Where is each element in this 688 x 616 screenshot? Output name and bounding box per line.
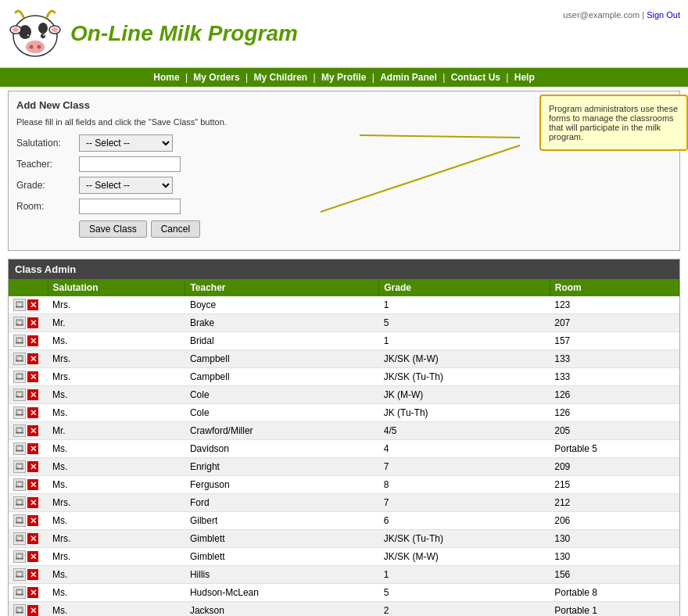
class-admin-header: Class Admin bbox=[9, 260, 679, 279]
col-salutation: Salutation bbox=[48, 279, 185, 296]
row-actions: 📋 ✕ bbox=[13, 478, 43, 491]
table-row: 📋 ✕ Mrs.GimblettJK/SK (M-W)130 bbox=[9, 548, 679, 566]
row-actions: 📋 ✕ bbox=[13, 389, 43, 401]
delete-icon[interactable]: ✕ bbox=[27, 551, 38, 562]
cell-room: 205 bbox=[550, 422, 679, 440]
svg-text:📋: 📋 bbox=[17, 356, 23, 361]
row-actions-cell: 📋 ✕ bbox=[9, 458, 48, 476]
row-actions-cell: 📋 ✕ bbox=[9, 368, 48, 386]
delete-icon[interactable]: ✕ bbox=[27, 515, 38, 526]
edit-icon[interactable]: 📋 bbox=[13, 335, 26, 347]
cell-teacher: Ford bbox=[185, 494, 379, 512]
edit-icon[interactable]: 📋 bbox=[13, 514, 26, 527]
cell-room: 126 bbox=[550, 386, 679, 404]
delete-icon[interactable]: ✕ bbox=[27, 587, 38, 598]
delete-icon[interactable]: ✕ bbox=[27, 479, 38, 490]
table-row: 📋 ✕ Mrs.GimblettJK/SK (Tu-Th)130 bbox=[9, 530, 679, 548]
table-row: 📋 ✕ Mrs.Ford7212 bbox=[9, 494, 679, 512]
edit-icon[interactable]: 📋 bbox=[13, 317, 26, 329]
nav-my-profile[interactable]: My Profile bbox=[318, 72, 369, 83]
cell-teacher: Cole bbox=[185, 386, 379, 404]
delete-icon[interactable]: ✕ bbox=[27, 497, 38, 508]
cell-teacher: Hudson-McLean bbox=[185, 584, 379, 602]
edit-icon[interactable]: 📋 bbox=[13, 550, 26, 563]
delete-icon[interactable]: ✕ bbox=[27, 299, 38, 310]
row-actions-cell: 📋 ✕ bbox=[9, 602, 48, 617]
table-row: 📋 ✕ Ms.Gilbert6206 bbox=[9, 512, 679, 530]
cell-teacher: Gimblett bbox=[185, 548, 379, 566]
room-row: Room: bbox=[16, 199, 672, 214]
cell-room: 207 bbox=[550, 314, 679, 332]
col-actions bbox=[9, 279, 48, 296]
room-input[interactable] bbox=[79, 199, 181, 214]
delete-icon[interactable]: ✕ bbox=[27, 353, 38, 364]
table-row: 📋 ✕ Ms.ColeJK (Tu-Th)126 bbox=[9, 404, 679, 422]
delete-icon[interactable]: ✕ bbox=[27, 569, 38, 580]
cell-teacher: Gimblett bbox=[185, 530, 379, 548]
row-actions: 📋 ✕ bbox=[13, 496, 43, 509]
form-buttons: Save Class Cancel bbox=[16, 220, 672, 238]
delete-icon[interactable]: ✕ bbox=[27, 605, 38, 616]
edit-icon[interactable]: 📋 bbox=[13, 568, 26, 581]
svg-text:📋: 📋 bbox=[17, 446, 23, 451]
tooltip-box: Program administrators use these forms t… bbox=[539, 95, 688, 151]
cell-grade: 4/5 bbox=[379, 422, 550, 440]
delete-icon[interactable]: ✕ bbox=[27, 533, 38, 544]
delete-icon[interactable]: ✕ bbox=[27, 389, 38, 400]
svg-text:📋: 📋 bbox=[17, 571, 23, 577]
edit-icon[interactable]: 📋 bbox=[13, 424, 26, 437]
cell-grade: 8 bbox=[379, 476, 550, 494]
nav-contact-us[interactable]: Contact Us bbox=[448, 72, 503, 83]
edit-icon[interactable]: 📋 bbox=[13, 389, 26, 401]
cell-grade: JK/SK (Tu-Th) bbox=[379, 368, 550, 386]
cell-salutation: Mrs. bbox=[48, 530, 185, 548]
svg-text:📋: 📋 bbox=[17, 482, 23, 487]
nav-admin-panel[interactable]: Admin Panel bbox=[377, 72, 440, 83]
cell-teacher: Enright bbox=[185, 458, 379, 476]
row-actions-cell: 📋 ✕ bbox=[9, 422, 48, 440]
cell-teacher: Campbell bbox=[185, 368, 379, 386]
row-actions: 📋 ✕ bbox=[13, 299, 43, 311]
cell-salutation: Ms. bbox=[48, 440, 185, 458]
edit-icon[interactable]: 📋 bbox=[13, 460, 26, 473]
salutation-select[interactable]: -- Select -- Mr. Mrs. Ms. Miss bbox=[79, 134, 173, 152]
table-header: Salutation Teacher Grade Room bbox=[9, 279, 679, 296]
edit-icon[interactable]: 📋 bbox=[13, 586, 26, 599]
cell-salutation: Ms. bbox=[48, 458, 185, 476]
edit-icon[interactable]: 📋 bbox=[13, 532, 26, 545]
nav-help[interactable]: Help bbox=[511, 72, 538, 83]
nav-my-orders[interactable]: My Orders bbox=[190, 72, 242, 83]
cell-room: 157 bbox=[550, 332, 679, 350]
edit-icon[interactable]: 📋 bbox=[13, 371, 26, 383]
edit-icon[interactable]: 📋 bbox=[13, 604, 26, 616]
room-label: Room: bbox=[16, 201, 79, 212]
nav-my-children[interactable]: My Children bbox=[251, 72, 311, 83]
delete-icon[interactable]: ✕ bbox=[27, 425, 38, 436]
edit-icon[interactable]: 📋 bbox=[13, 353, 26, 365]
cell-teacher: Jackson bbox=[185, 602, 379, 617]
delete-icon[interactable]: ✕ bbox=[27, 407, 38, 418]
edit-icon[interactable]: 📋 bbox=[13, 299, 26, 311]
delete-icon[interactable]: ✕ bbox=[27, 335, 38, 346]
sign-out-link[interactable]: Sign Out bbox=[647, 10, 680, 20]
cell-salutation: Ms. bbox=[48, 584, 185, 602]
save-class-button[interactable]: Save Class bbox=[79, 220, 147, 238]
nav-home[interactable]: Home bbox=[150, 72, 182, 83]
delete-icon[interactable]: ✕ bbox=[27, 317, 38, 328]
delete-icon[interactable]: ✕ bbox=[27, 461, 38, 472]
cell-salutation: Ms. bbox=[48, 404, 185, 422]
delete-icon[interactable]: ✕ bbox=[27, 443, 38, 454]
row-actions: 📋 ✕ bbox=[13, 371, 43, 383]
teacher-input[interactable] bbox=[79, 156, 181, 172]
edit-icon[interactable]: 📋 bbox=[13, 496, 26, 509]
class-admin-table: Salutation Teacher Grade Room 📋 ✕ Mrs.Bo… bbox=[9, 279, 679, 616]
grade-select[interactable]: -- Select -- JK SK 1 2 3 4 5 6 7 8 bbox=[79, 177, 173, 194]
cancel-button[interactable]: Cancel bbox=[151, 220, 200, 238]
delete-icon[interactable]: ✕ bbox=[27, 371, 38, 382]
edit-icon[interactable]: 📋 bbox=[13, 442, 26, 455]
edit-icon[interactable]: 📋 bbox=[13, 478, 26, 491]
svg-point-12 bbox=[27, 34, 29, 36]
edit-icon[interactable]: 📋 bbox=[13, 406, 26, 419]
row-actions-cell: 📋 ✕ bbox=[9, 530, 48, 548]
cell-grade: JK (Tu-Th) bbox=[379, 404, 550, 422]
